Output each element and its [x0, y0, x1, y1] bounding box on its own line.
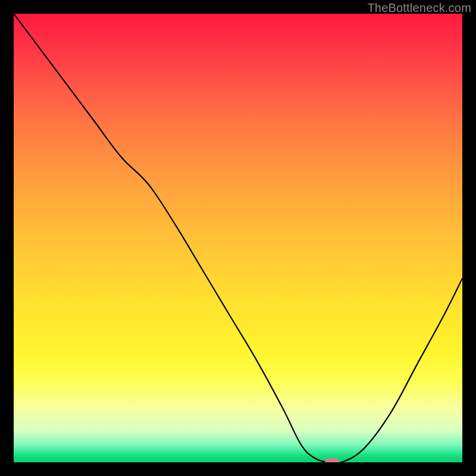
plot-area [14, 14, 462, 462]
watermark-text: TheBottleneck.com [367, 1, 471, 15]
bottleneck-curve [14, 14, 462, 462]
optimal-point-marker [325, 458, 339, 462]
chart-frame: TheBottleneck.com [0, 0, 476, 476]
